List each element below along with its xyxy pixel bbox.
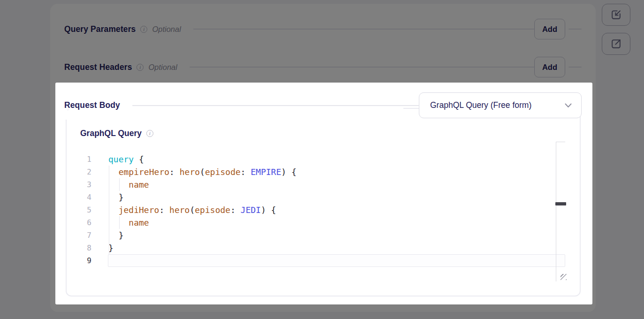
request-body-fieldset: GraphQL Query i 1query {2 empireHero: he… xyxy=(66,108,581,296)
query-parameters-title: Query Parameters xyxy=(64,24,136,34)
textarea-resize-grip-icon[interactable] xyxy=(561,274,567,280)
code-line[interactable]: 1query { xyxy=(80,153,565,166)
open-external-icon xyxy=(610,38,622,50)
request-form-card: Query Parameters i Optional Add Request … xyxy=(50,4,596,312)
editor-resize-handle[interactable] xyxy=(555,202,566,205)
code-line-content: query { xyxy=(108,153,565,166)
indent-guide xyxy=(119,178,120,191)
divider-line xyxy=(132,105,419,106)
add-query-parameter-button[interactable]: Add xyxy=(534,19,565,39)
divider-line-end xyxy=(568,29,582,30)
code-line[interactable]: 7 } xyxy=(80,229,565,242)
divider-line-end xyxy=(568,67,582,68)
code-line[interactable]: 3 name xyxy=(80,178,565,191)
code-line-content: name xyxy=(108,178,565,191)
info-icon[interactable]: i xyxy=(146,130,153,137)
graphql-query-label: GraphQL Query xyxy=(80,129,142,138)
code-line-content: } xyxy=(108,229,565,242)
indent-guide xyxy=(109,166,109,254)
open-external-button[interactable] xyxy=(602,33,630,55)
body-type-selected-value: GraphQL Query (Free form) xyxy=(430,100,565,110)
graphql-code-editor[interactable]: 1query {2 empireHero: hero(episode: EMPI… xyxy=(80,153,565,267)
line-number: 6 xyxy=(80,216,91,229)
graphql-query-label-row: GraphQL Query i xyxy=(80,127,153,140)
chevron-down-icon xyxy=(565,103,572,108)
line-number: 5 xyxy=(80,204,91,216)
divider-line xyxy=(189,67,534,68)
info-icon[interactable]: i xyxy=(136,64,144,71)
code-line-content: empireHero: hero(episode: EMPIRE) { xyxy=(108,166,565,178)
code-line-content xyxy=(108,254,565,267)
line-number: 8 xyxy=(80,242,91,254)
code-line[interactable]: 6 name xyxy=(80,216,565,229)
line-number: 3 xyxy=(80,178,91,191)
divider-line xyxy=(193,29,534,30)
code-line-content: } xyxy=(108,191,565,204)
code-line[interactable]: 8} xyxy=(80,242,565,254)
collapse-editor-button[interactable] xyxy=(602,4,630,26)
line-number: 7 xyxy=(80,229,91,242)
line-number: 9 xyxy=(80,254,91,267)
optional-badge: Optional xyxy=(148,63,177,72)
body-type-select[interactable]: GraphQL Query (Free form) xyxy=(419,92,582,118)
collapse-editor-icon xyxy=(610,9,622,21)
line-number: 1 xyxy=(80,153,91,166)
request-body-header-row: Request Body GraphQL Query (Free form) xyxy=(64,92,582,118)
optional-badge: Optional xyxy=(152,25,181,34)
indent-guide xyxy=(119,216,120,229)
query-parameters-row: Query Parameters i Optional Add xyxy=(64,19,582,39)
code-line[interactable]: 2 empireHero: hero(episode: EMPIRE) { xyxy=(80,166,565,178)
request-headers-title: Request Headers xyxy=(64,62,132,72)
code-line[interactable]: 4 } xyxy=(80,191,565,204)
code-line[interactable]: 5 jediHero: hero(episode: JEDI) { xyxy=(80,204,565,216)
editor-right-gutter xyxy=(556,142,565,281)
line-number: 2 xyxy=(80,166,91,178)
request-body-title: Request Body xyxy=(64,100,120,110)
line-number: 4 xyxy=(80,191,91,204)
code-line-content: name xyxy=(108,216,565,229)
request-headers-row: Request Headers i Optional Add xyxy=(64,57,582,77)
code-line[interactable]: 9 xyxy=(80,254,565,267)
code-line-content: } xyxy=(108,242,565,254)
code-line-content: jediHero: hero(episode: JEDI) { xyxy=(108,204,565,216)
info-icon[interactable]: i xyxy=(140,26,147,33)
code-lines: 1query {2 empireHero: hero(episode: EMPI… xyxy=(80,153,565,267)
add-request-header-button[interactable]: Add xyxy=(534,57,565,77)
